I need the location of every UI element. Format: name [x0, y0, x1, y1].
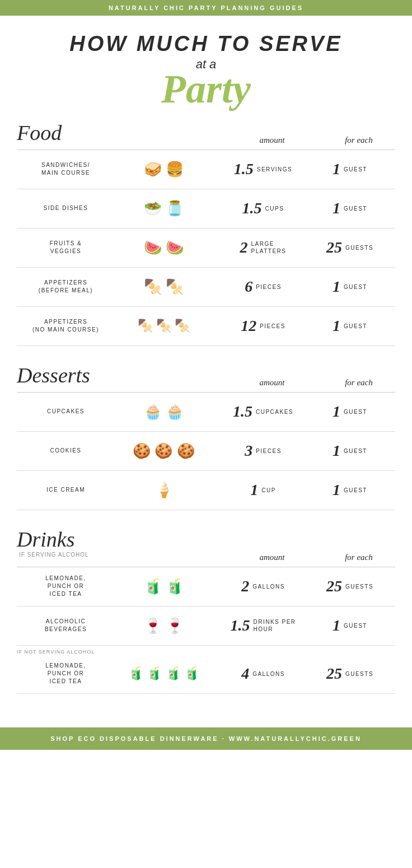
row-label: CUPCAKES: [17, 408, 115, 416]
not-serving-label: IF NOT SERVING ALCOHOL: [17, 646, 395, 655]
row-label: COOKIES: [17, 447, 115, 455]
desserts-col-amount: amount: [222, 378, 322, 388]
table-row: SIDE DISHES 🥗 🫙 1.5 CUPS 1 GUEST: [17, 189, 395, 228]
drinks-col-amount: amount: [222, 553, 322, 562]
top-banner: NATURALLY CHIC PARTY PLANNING GUIDES: [0, 0, 412, 16]
row-label: SANDWICHES/MAIN COURSE: [17, 161, 115, 177]
row-foreach: 25 GUESTS: [313, 665, 386, 683]
food-col-amount: amount: [222, 136, 322, 145]
row-foreach: 1 GUEST: [313, 317, 386, 335]
table-row: ICE CREAM 🍦 1 CUP 1 GUEST: [17, 471, 395, 510]
row-amount: 6 PIECES: [213, 278, 313, 296]
food-title: Food: [17, 120, 129, 145]
row-icon: 🥪 🍔: [115, 161, 213, 178]
row-icon: 🍷 🍷: [115, 617, 213, 634]
row-label: ICE CREAM: [17, 486, 115, 494]
row-label: APPETIZERS(BEFORE MEAL): [17, 279, 115, 295]
row-foreach: 1 GUEST: [313, 278, 386, 296]
row-amount: 1 CUP: [213, 481, 313, 499]
row-foreach: 25 GUESTS: [313, 577, 386, 595]
row-foreach: 1 GUEST: [313, 481, 386, 499]
desserts-section: Desserts amount for each CUPCAKES 🧁 🧁 1.…: [17, 363, 395, 510]
drinks-title: Drinks: [17, 527, 129, 552]
row-foreach: 1 GUEST: [313, 617, 386, 634]
row-amount: 2 GALLONS: [213, 577, 313, 595]
row-label: LEMONADE,PUNCH ORICED TEA: [17, 575, 115, 598]
table-row: COOKIES 🍪 🍪 🍪 3 PIECES 1 GUEST: [17, 432, 395, 471]
row-amount: 12 PIECES: [213, 317, 313, 335]
row-icon: 🍦: [115, 482, 213, 499]
row-amount: 1.5 CUPS: [213, 199, 313, 217]
row-icon: 🧃 🧃: [115, 578, 213, 595]
row-label: APPETIZERS(NO MAIN COURSE): [17, 318, 115, 334]
row-label: SIDE DISHES: [17, 204, 115, 212]
food-col-foreach: for each: [322, 136, 395, 145]
header-party: Party: [11, 69, 401, 109]
desserts-title: Desserts: [17, 363, 129, 388]
row-icon: 🧃 🧃 🧃 🧃: [115, 666, 213, 681]
table-row: APPETIZERS(BEFORE MEAL) 🍢 🍢 6 PIECES 1 G…: [17, 268, 395, 307]
row-amount: 2 LARGEPLATTERS: [213, 239, 313, 256]
row-amount: 1.5 DRINKS PERHOUR: [213, 617, 313, 634]
table-row: SANDWICHES/MAIN COURSE 🥪 🍔 1.5 SERVINGS …: [17, 150, 395, 189]
row-foreach: 1 GUEST: [313, 403, 386, 421]
drinks-subtitle: IF SERVING ALCOHOL: [19, 552, 129, 558]
header-title: HOW MUCH TO SERVE: [11, 32, 401, 56]
row-amount: 1.5 SERVINGS: [213, 160, 313, 178]
row-icon: 🍉 🍉: [115, 239, 213, 256]
food-section: Food amount for each SANDWICHES/MAIN COU…: [17, 120, 395, 346]
row-amount: 1.5 CUPCAKES: [213, 403, 313, 421]
table-row: FRUITS &VEGGIES 🍉 🍉 2 LARGEPLATTERS 25 G…: [17, 228, 395, 268]
row-foreach: 1 GUEST: [313, 160, 386, 178]
bottom-banner: SHOP ECO DISPOSABLE DINNERWARE · WWW.NAT…: [0, 727, 412, 750]
row-label: FRUITS &VEGGIES: [17, 240, 115, 255]
drinks-section: Drinks IF SERVING ALCOHOL amount for eac…: [17, 527, 395, 694]
row-foreach: 25 GUESTS: [313, 239, 386, 256]
row-label: ALCOHOLICBEVERAGES: [17, 618, 115, 633]
desserts-col-foreach: for each: [322, 378, 395, 388]
row-amount: 4 GALLONS: [213, 665, 313, 683]
row-icon: 🧁 🧁: [115, 403, 213, 421]
row-icon: 🍪 🍪 🍪: [115, 442, 213, 460]
table-row: LEMONADE,PUNCH ORICED TEA 🧃 🧃 2 GALLONS …: [17, 567, 395, 606]
row-icon: 🥗 🫙: [115, 200, 213, 217]
table-row: LEMONADE,PUNCH ORICED TEA 🧃 🧃 🧃 🧃 4 GALL…: [17, 655, 395, 694]
table-row: APPETIZERS(NO MAIN COURSE) 🍢 🍢 🍢 12 PIEC…: [17, 307, 395, 346]
drinks-col-foreach: for each: [322, 553, 395, 562]
table-row: CUPCAKES 🧁 🧁 1.5 CUPCAKES 1 GUEST: [17, 393, 395, 432]
row-foreach: 1 GUEST: [313, 442, 386, 460]
row-amount: 3 PIECES: [213, 442, 313, 460]
row-label: LEMONADE,PUNCH ORICED TEA: [17, 662, 115, 685]
row-icon: 🍢 🍢: [115, 278, 213, 296]
row-foreach: 1 GUEST: [313, 199, 386, 217]
header: HOW MUCH TO SERVE at a Party: [0, 16, 412, 115]
row-icon: 🍢 🍢 🍢: [115, 319, 213, 333]
table-row: ALCOHOLICBEVERAGES 🍷 🍷 1.5 DRINKS PERHOU…: [17, 606, 395, 646]
